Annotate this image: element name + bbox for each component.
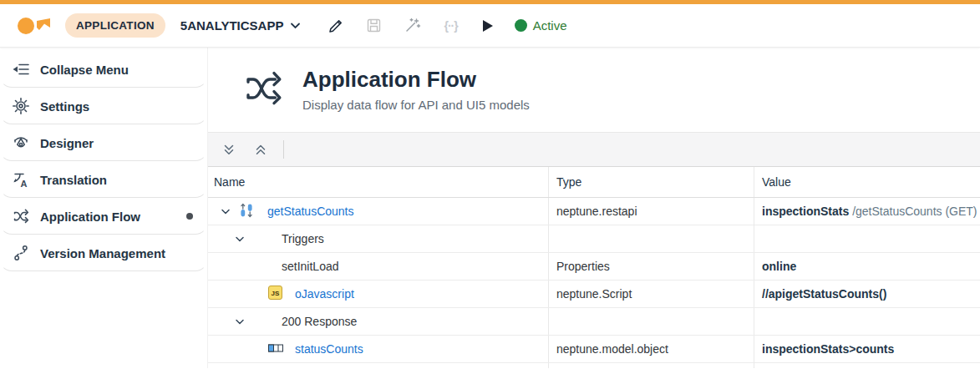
node-value — [754, 308, 980, 335]
page-header: Application Flow Display data flow for A… — [208, 48, 980, 132]
translate-icon: A — [12, 171, 30, 188]
node-type — [548, 308, 754, 335]
run-button[interactable] — [480, 18, 495, 33]
svg-text:A: A — [21, 179, 28, 189]
column-header-value: Value — [754, 167, 980, 197]
status-label: Active — [533, 18, 567, 33]
node-type: neptune.model.object — [548, 336, 754, 362]
page-header-text: Application Flow Display data flow for A… — [302, 68, 530, 112]
sidebar-item-version-management[interactable]: Version Management — [0, 235, 207, 271]
node-type — [548, 225, 754, 252]
shuffle-icon — [12, 208, 30, 225]
top-bar: APPLICATION 5ANALYTICSAPP {··} Active — [0, 4, 980, 48]
value-primary: //apigetStatusCounts() — [762, 287, 886, 301]
notification-dot — [186, 213, 193, 220]
double-chevron-up-icon — [255, 144, 267, 156]
magic-wand-button[interactable] — [404, 18, 421, 33]
js-icon: JS — [268, 286, 282, 302]
node-link[interactable]: oJavascript — [295, 287, 354, 301]
value-secondary: /getStatusCounts (GET) — [849, 205, 977, 218]
expand-chevron-icon[interactable] — [235, 235, 245, 244]
column-header-name: Name — [208, 167, 548, 197]
sidebar-item-label: Version Management — [40, 246, 193, 260]
node-label: 200 Response — [282, 315, 357, 328]
edit-button[interactable] — [328, 18, 343, 33]
expand-all-button[interactable] — [216, 138, 241, 161]
tree-toolbar — [208, 132, 980, 167]
app-name-dropdown[interactable]: 5ANALYTICSAPP — [180, 18, 302, 33]
pen-nib-icon — [12, 134, 30, 151]
magic-wand-icon — [404, 18, 421, 33]
table-row: JS oJavascript neptune.Script //apigetSt… — [208, 281, 980, 308]
node-link[interactable]: getStatusCounts — [267, 205, 354, 218]
sidebar-item-application-flow[interactable]: Application Flow — [0, 198, 207, 235]
version-branch-icon — [12, 245, 30, 261]
gear-icon — [12, 98, 30, 114]
node-value — [754, 225, 980, 252]
save-icon — [366, 18, 382, 33]
module-badge[interactable]: APPLICATION — [65, 13, 165, 38]
toolbar-divider — [283, 140, 284, 159]
value-primary: online — [762, 260, 796, 273]
sidebar-item-label: Translation — [40, 173, 193, 187]
node-type: Properties — [548, 253, 754, 280]
app-name-label: 5ANALYTICSAPP — [180, 18, 284, 33]
main-layout: Collapse Menu Settings Designer — [0, 48, 980, 368]
node-type: neptune.Script — [548, 281, 754, 307]
neptune-logo-icon — [17, 14, 52, 38]
active-status-dot-icon — [515, 19, 527, 32]
collapse-menu-icon — [12, 63, 30, 76]
play-icon — [480, 18, 495, 33]
flow-table: Name Type Value — [208, 167, 980, 368]
value-primary: inspectionStats — [762, 205, 849, 218]
sidebar-item-label: Settings — [40, 99, 193, 114]
sidebar-item-settings[interactable]: Settings — [0, 88, 207, 124]
sidebar-item-label: Designer — [40, 136, 193, 150]
column-header-type: Type — [548, 167, 754, 197]
table-header-row: Name Type Value — [208, 167, 980, 198]
main-content: Application Flow Display data flow for A… — [207, 48, 980, 368]
pencil-icon — [328, 18, 343, 33]
sidebar-item-label: Collapse Menu — [40, 63, 193, 77]
sidebar-item-collapse-menu[interactable]: Collapse Menu — [0, 51, 207, 88]
node-value: //apigetStatusCounts() — [754, 281, 980, 307]
collapse-all-button[interactable] — [248, 138, 273, 161]
node-type: neptune.restapi — [548, 198, 754, 225]
node-link[interactable]: statusCounts — [295, 342, 363, 356]
model-table-icon — [268, 342, 283, 356]
sidebar-item-designer[interactable]: Designer — [0, 124, 207, 161]
table-row: setInitLoad Properties online — [208, 253, 980, 281]
expand-chevron-icon[interactable] — [235, 317, 245, 326]
status-indicator: Active — [515, 18, 567, 33]
value-primary: inspectionStats>counts — [762, 342, 894, 356]
node-value: inspectionStats>counts — [754, 336, 980, 362]
table-row: getStatusCounts neptune.restapi inspecti… — [208, 198, 980, 225]
restapi-icon — [239, 203, 254, 220]
table-row: statusCounts neptune.model.object inspec… — [208, 336, 980, 363]
double-chevron-down-icon — [223, 144, 235, 156]
table-row: Triggers — [208, 225, 980, 253]
save-button[interactable] — [366, 18, 382, 33]
node-value: online — [754, 253, 980, 280]
svg-text:JS: JS — [272, 290, 280, 297]
sidebar: Collapse Menu Settings Designer — [0, 48, 207, 368]
node-label: setInitLoad — [282, 260, 339, 273]
code-braces-icon: {··} — [444, 19, 457, 33]
table-row-empty — [208, 363, 980, 368]
chevron-down-icon — [290, 22, 301, 30]
application-flow-icon — [243, 68, 285, 112]
page-title: Application Flow — [302, 68, 530, 92]
table-row: 200 Response — [208, 308, 980, 336]
sidebar-item-translation[interactable]: A Translation — [0, 161, 207, 198]
sidebar-item-label: Application Flow — [40, 210, 186, 224]
page-subtitle: Display data flow for API and UI5 models — [302, 98, 530, 112]
code-button[interactable]: {··} — [444, 19, 457, 33]
node-label: Triggers — [282, 232, 324, 245]
node-value: inspectionStats /getStatusCounts (GET) — [754, 198, 980, 225]
expand-chevron-icon[interactable] — [221, 207, 231, 216]
